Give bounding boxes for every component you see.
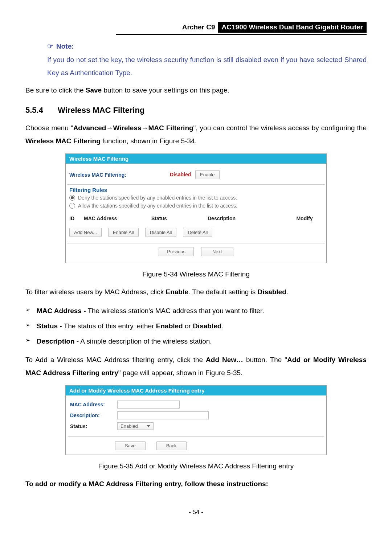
mac-address-label: MAC Address: bbox=[70, 402, 117, 407]
radio-unchecked-icon bbox=[69, 203, 75, 209]
filtering-state-value: Disabled bbox=[170, 172, 191, 177]
radio-checked-icon bbox=[69, 195, 75, 201]
note-title: Note: bbox=[56, 42, 74, 50]
col-description: Description bbox=[208, 216, 286, 221]
note-icon: ☞ bbox=[47, 42, 53, 50]
model-label: Archer C9 bbox=[179, 22, 218, 32]
section-title: Wireless MAC Filtering bbox=[58, 106, 144, 115]
mac-filtering-panel: Wireless MAC Filtering Wireless MAC Filt… bbox=[65, 153, 327, 263]
filtering-rules-header: Filtering Rules bbox=[67, 185, 325, 194]
list-item: ➢ MAC Address - The wireless station's M… bbox=[25, 305, 367, 317]
definition-list: ➢ MAC Address - The wireless station's M… bbox=[25, 305, 367, 348]
doc-header: Archer C9 AC1900 Wireless Dual Band Giga… bbox=[116, 22, 367, 35]
panel2-title: Add or Modify Wireless MAC Address Filte… bbox=[66, 386, 326, 395]
figure-5-34-caption: Figure 5-34 Wireless MAC Filtering bbox=[25, 270, 367, 278]
status-label: Status: bbox=[70, 423, 117, 429]
product-name: AC1900 Wireless Dual Band Gigabit Router bbox=[218, 22, 367, 33]
col-id: ID bbox=[69, 216, 84, 221]
rule-deny-label: Deny the stations specified by any enabl… bbox=[78, 195, 237, 201]
filter-table-header: ID MAC Address Status Description Modify bbox=[67, 210, 325, 225]
col-mac: MAC Address bbox=[84, 216, 151, 221]
description-input[interactable] bbox=[117, 411, 209, 419]
figure-5-35-caption: Figure 5-35 Add or Modify Wireless MAC A… bbox=[25, 462, 367, 470]
page-number: - 54 - bbox=[25, 509, 367, 516]
delete-all-button[interactable]: Delete All bbox=[183, 228, 212, 237]
note-body: If you do not set the key, the wireless … bbox=[47, 53, 367, 79]
filter-instruction: To filter wireless users by MAC Address,… bbox=[25, 286, 367, 299]
list-item: ➢ Description - A simple description of … bbox=[25, 335, 367, 348]
description-label: Description: bbox=[70, 413, 117, 418]
instructions-heading: To add or modify a MAC Address Filtering… bbox=[25, 477, 367, 491]
list-item: ➢ Status - The status of this entry, eit… bbox=[25, 320, 367, 332]
panel-title: Wireless MAC Filtering bbox=[66, 154, 326, 164]
bullet-icon: ➢ bbox=[25, 335, 30, 346]
next-button[interactable]: Next bbox=[201, 247, 233, 256]
add-entry-instruction: To Add a Wireless MAC Address filtering … bbox=[25, 353, 367, 379]
filtering-state-label: Wireless MAC Filtering: bbox=[69, 172, 126, 178]
status-value: Enabled bbox=[121, 423, 138, 429]
mac-address-input[interactable] bbox=[117, 401, 180, 409]
chevron-down-icon bbox=[147, 425, 150, 427]
enable-filtering-button[interactable]: Enable bbox=[195, 170, 219, 179]
section-number: 5.5.4 bbox=[25, 106, 43, 115]
add-modify-entry-panel: Add or Modify Wireless MAC Address Filte… bbox=[65, 385, 327, 455]
save-instruction: Be sure to click the Save button to save… bbox=[25, 84, 367, 97]
add-new-button[interactable]: Add New... bbox=[69, 228, 102, 237]
save-button[interactable]: Save bbox=[115, 441, 146, 450]
previous-button[interactable]: Previous bbox=[159, 247, 194, 256]
bullet-icon: ➢ bbox=[25, 320, 30, 331]
section-heading: 5.5.4 Wireless MAC Filtering bbox=[25, 106, 367, 115]
rule-allow-label: Allow the stations specified by any enab… bbox=[78, 203, 237, 209]
rule-deny-option[interactable]: Deny the stations specified by any enabl… bbox=[67, 194, 325, 202]
nav-sentence: Choose menu "Advanced→Wireless→MAC Filte… bbox=[25, 122, 367, 148]
col-status: Status bbox=[151, 216, 208, 221]
bullet-icon: ➢ bbox=[25, 305, 30, 315]
back-button[interactable]: Back bbox=[156, 441, 187, 450]
col-modify: Modify bbox=[286, 216, 323, 221]
status-dropdown[interactable]: Enabled bbox=[117, 422, 154, 430]
note-heading: ☞ Note: bbox=[47, 42, 367, 50]
enable-all-button[interactable]: Enable All bbox=[108, 228, 139, 237]
rule-allow-option[interactable]: Allow the stations specified by any enab… bbox=[67, 202, 325, 210]
disable-all-button[interactable]: Disable All bbox=[145, 228, 177, 237]
